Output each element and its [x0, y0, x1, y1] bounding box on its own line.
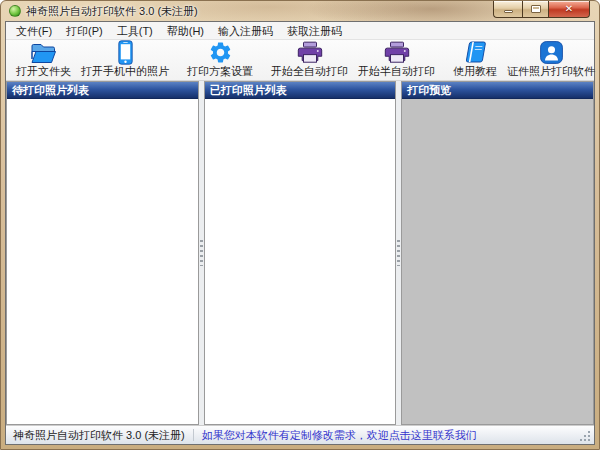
- statusbar: 神奇照片自动打印软件 3.0 (未注册) 如果您对本软件有定制修改需求，欢迎点击…: [6, 425, 594, 444]
- close-icon: ✕: [565, 4, 573, 14]
- maximize-icon: [531, 5, 541, 13]
- menu-file[interactable]: 文件(F): [9, 22, 59, 40]
- resize-grip[interactable]: [580, 430, 591, 441]
- titlebar[interactable]: 神奇照片自动打印软件 3.0 (未注册) ✕: [1, 1, 599, 21]
- panel-printed-photos: 已打印照片列表: [204, 81, 397, 425]
- panel-header-pending: 待打印照片列表: [7, 82, 198, 99]
- toolbar-label: 打开手机中的照片: [81, 65, 169, 78]
- toolbar-open-folder-button[interactable]: 打开文件夹: [11, 40, 76, 80]
- menu-get-regcode[interactable]: 获取注册码: [280, 22, 349, 40]
- toolbar-id-photo-software-button[interactable]: 证件照片打印软件: [502, 40, 600, 80]
- phone-icon: [118, 40, 133, 65]
- statusbar-contact-link[interactable]: 如果您对本软件有定制修改需求，欢迎点击这里联系我们: [202, 428, 477, 443]
- printer-icon: [297, 41, 323, 65]
- print-preview-area: [402, 99, 593, 424]
- toolbar-tutorial-button[interactable]: 使用教程: [448, 40, 502, 80]
- toolbar-label: 开始半自动打印: [358, 65, 435, 78]
- menu-enter-regcode[interactable]: 输入注册码: [211, 22, 280, 40]
- toolbar-open-phone-photos-button[interactable]: 打开手机中的照片: [76, 40, 174, 80]
- minimize-icon: [504, 10, 513, 13]
- toolbar-label: 使用教程: [453, 65, 497, 78]
- main-panels: 待打印照片列表 已打印照片列表 打印预览: [6, 81, 594, 425]
- folder-icon: [30, 42, 57, 65]
- toolbar-label: 打印方案设置: [187, 65, 253, 78]
- toolbar-label: 打开文件夹: [16, 65, 71, 78]
- app-window: 神奇照片自动打印软件 3.0 (未注册) ✕ 文件(F) 打印(P) 工具(T)…: [0, 0, 600, 450]
- menu-tools[interactable]: 工具(T): [110, 22, 160, 40]
- app-icon: [9, 5, 21, 17]
- menubar: 文件(F) 打印(P) 工具(T) 帮助(H) 输入注册码 获取注册码: [6, 22, 594, 40]
- window-controls: ✕: [493, 1, 590, 18]
- toolbar-label: 证件照片打印软件: [507, 65, 595, 78]
- menu-print[interactable]: 打印(P): [59, 22, 110, 40]
- menu-help[interactable]: 帮助(H): [160, 22, 211, 40]
- close-button[interactable]: ✕: [549, 1, 590, 18]
- printed-photos-list[interactable]: [205, 99, 396, 424]
- panel-print-preview: 打印预览: [401, 81, 594, 425]
- pending-photos-list[interactable]: [7, 99, 198, 424]
- statusbar-separator: [193, 429, 194, 441]
- toolbar-label: 开始全自动打印: [271, 65, 348, 78]
- gear-icon: [208, 40, 233, 65]
- printer-icon: [384, 41, 410, 65]
- id-photo-icon: [539, 40, 564, 65]
- minimize-button[interactable]: [493, 1, 522, 18]
- panel-header-preview: 打印预览: [402, 82, 593, 99]
- splitter-grip-icon: [200, 240, 203, 266]
- toolbar-print-settings-button[interactable]: 打印方案设置: [182, 40, 258, 80]
- panel-pending-photos: 待打印照片列表: [6, 81, 199, 425]
- statusbar-app-info: 神奇照片自动打印软件 3.0 (未注册): [13, 428, 185, 443]
- splitter-grip-icon: [397, 240, 400, 266]
- maximize-button[interactable]: [522, 1, 549, 18]
- toolbar-start-auto-print-button[interactable]: 开始全自动打印: [266, 40, 353, 80]
- window-title: 神奇照片自动打印软件 3.0 (未注册): [26, 4, 198, 19]
- panel-header-printed: 已打印照片列表: [205, 82, 396, 99]
- book-icon: [462, 40, 488, 65]
- toolbar: 打开文件夹 打开手机中的照片: [6, 40, 594, 81]
- window-content: 文件(F) 打印(P) 工具(T) 帮助(H) 输入注册码 获取注册码 打开文件…: [5, 21, 595, 445]
- toolbar-start-semiauto-print-button[interactable]: 开始半自动打印: [353, 40, 440, 80]
